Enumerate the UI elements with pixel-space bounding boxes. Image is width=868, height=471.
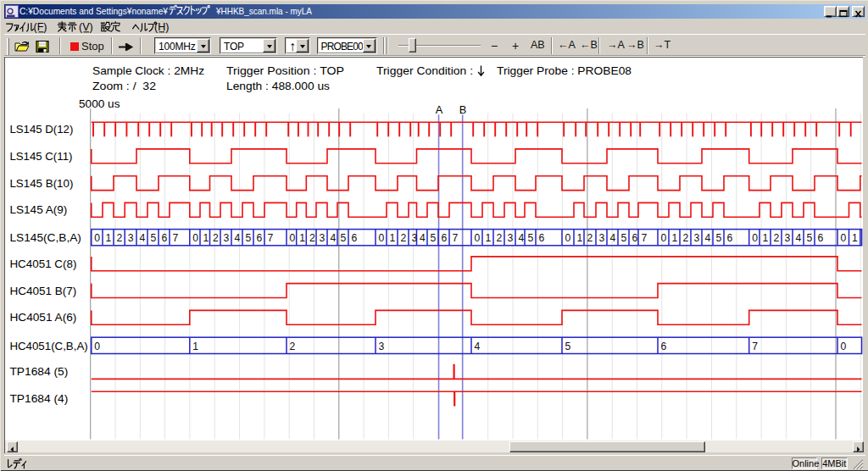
svg-text:HC4051 A(6): HC4051 A(6) (9, 311, 76, 324)
svg-text:Sample Clock : 2MHz: Sample Clock : 2MHz (92, 64, 204, 77)
svg-text:(F): (F) (34, 21, 47, 33)
svg-text:5: 5 (716, 232, 722, 244)
svg-text:6: 6 (162, 232, 168, 244)
svg-text:LS145(C,B,A): LS145(C,B,A) (9, 231, 81, 244)
svg-text:7: 7 (453, 232, 459, 244)
svg-text:7: 7 (642, 232, 648, 244)
svg-text:0: 0 (94, 232, 100, 244)
svg-text:C:¥Documents and Settings¥nona: C:¥Documents and Settings¥noname¥ (19, 6, 169, 16)
svg-text:LS145 D(12): LS145 D(12) (9, 123, 73, 136)
svg-text:0: 0 (565, 232, 571, 244)
svg-text:6: 6 (818, 232, 824, 244)
svg-text:LS145 B(10): LS145 B(10) (9, 177, 73, 190)
svg-text:5: 5 (621, 232, 627, 244)
svg-text:5000 us: 5000 us (79, 97, 120, 110)
svg-text:A: A (436, 103, 443, 116)
svg-text:1: 1 (203, 232, 209, 244)
svg-text:6: 6 (727, 232, 733, 244)
svg-text:2: 2 (683, 232, 689, 244)
svg-text:TP1684 (4): TP1684 (4) (9, 392, 68, 405)
svg-text:0: 0 (475, 232, 481, 244)
svg-text:3: 3 (379, 341, 385, 352)
svg-text:3: 3 (320, 232, 326, 244)
svg-text:4: 4 (610, 232, 616, 244)
svg-text:5: 5 (341, 232, 347, 244)
svg-text:6: 6 (257, 232, 263, 244)
svg-text:4: 4 (796, 232, 802, 244)
svg-text:3: 3 (128, 232, 134, 244)
svg-text:0: 0 (192, 232, 198, 244)
svg-text:5: 5 (431, 232, 437, 244)
svg-text:1: 1 (390, 232, 396, 244)
svg-text:Trigger Position : TOP: Trigger Position : TOP (226, 64, 344, 77)
svg-text:1: 1 (192, 341, 198, 352)
svg-text:3: 3 (224, 232, 230, 244)
svg-text:0: 0 (841, 232, 847, 244)
svg-text:0: 0 (661, 232, 667, 244)
svg-text:Trigger Probe : PROBE08: Trigger Probe : PROBE08 (497, 64, 632, 77)
svg-text:3: 3 (785, 232, 791, 244)
svg-text:2: 2 (497, 232, 503, 244)
svg-text:Zoom : / 32: Zoom : / 32 (92, 80, 156, 92)
svg-text:0: 0 (752, 232, 758, 244)
svg-text:HC4051 B(7): HC4051 B(7) (9, 285, 76, 297)
svg-text:3: 3 (599, 232, 605, 244)
svg-text:4: 4 (519, 232, 525, 244)
svg-text:1: 1 (486, 232, 492, 244)
svg-text:3: 3 (412, 232, 418, 244)
svg-text:Trigger Condition :: Trigger Condition : (376, 64, 473, 77)
svg-text:1: 1 (577, 232, 583, 244)
svg-text:(V): (V) (79, 21, 93, 33)
svg-text:4: 4 (235, 232, 241, 244)
svg-text:2: 2 (587, 232, 593, 244)
svg-text:7: 7 (268, 232, 274, 244)
svg-text:4: 4 (420, 232, 426, 244)
svg-text:2: 2 (774, 232, 780, 244)
svg-text:2: 2 (309, 232, 315, 244)
svg-text:5: 5 (246, 232, 252, 244)
svg-text:Length : 488.000 us: Length : 488.000 us (226, 80, 330, 92)
svg-text:4: 4 (140, 232, 146, 244)
svg-text:TP1684 (5): TP1684 (5) (9, 365, 68, 378)
svg-text:1: 1 (299, 232, 305, 244)
svg-text:6: 6 (632, 232, 638, 244)
svg-text:1: 1 (763, 232, 769, 244)
svg-text:2: 2 (117, 232, 123, 244)
svg-text:5: 5 (151, 232, 157, 244)
svg-text:1: 1 (852, 232, 858, 244)
svg-text:4: 4 (705, 232, 711, 244)
svg-text:6: 6 (539, 232, 545, 244)
svg-text:5: 5 (565, 341, 571, 352)
svg-text:5: 5 (528, 232, 534, 244)
svg-text:4: 4 (331, 232, 337, 244)
svg-text:0: 0 (841, 341, 847, 352)
svg-text:6: 6 (352, 232, 358, 244)
svg-text:LS145 A(9): LS145 A(9) (9, 203, 67, 216)
svg-text:2: 2 (290, 341, 296, 352)
svg-text:0: 0 (290, 232, 296, 244)
svg-text:2: 2 (213, 232, 219, 244)
svg-text:7: 7 (173, 232, 179, 244)
svg-text:5: 5 (807, 232, 813, 244)
svg-text:1: 1 (106, 232, 112, 244)
svg-text:3: 3 (694, 232, 700, 244)
svg-text:6: 6 (442, 232, 448, 244)
svg-text:HC4051 C(8): HC4051 C(8) (9, 258, 76, 270)
svg-text:HC4051(C,B,A): HC4051(C,B,A) (9, 340, 87, 352)
svg-text:7: 7 (752, 341, 758, 352)
svg-text:2: 2 (401, 232, 407, 244)
svg-text:3: 3 (508, 232, 514, 244)
svg-text:LS145 C(11): LS145 C(11) (9, 150, 72, 163)
svg-text:6: 6 (661, 341, 667, 352)
svg-text:0: 0 (94, 341, 100, 352)
svg-text:0: 0 (379, 232, 385, 244)
svg-text:1: 1 (672, 232, 678, 244)
svg-text:(H): (H) (154, 21, 169, 33)
svg-text:¥HHKB_scan.mla - myLA: ¥HHKB_scan.mla - myLA (215, 6, 312, 16)
svg-text:4: 4 (475, 341, 481, 352)
